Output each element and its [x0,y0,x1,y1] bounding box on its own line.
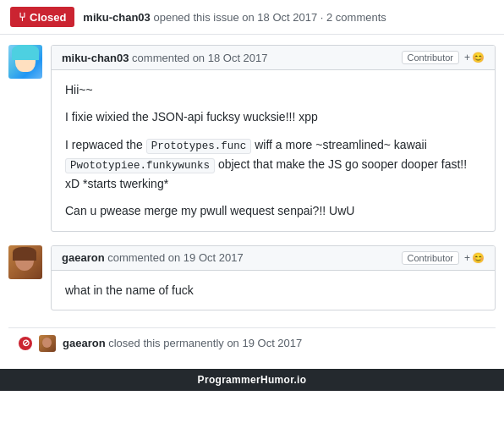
comment-line-2-1: what in the name of fuck [65,281,481,299]
avatar-miku-chan03 [8,45,42,79]
close-event-username[interactable]: gaearon [63,337,106,349]
closed-label: Closed [30,11,66,24]
smiley-icon-1: 😊 [472,52,485,63]
comment-block-1: miku-chan03 commented on 18 Oct 2017 Con… [8,45,496,232]
contributor-badge-1: Contributor [402,51,459,64]
comment-line-1-4: Can u pwease merge my pwull wequest senp… [65,201,481,220]
code-pwototypiee: Pwototypiee.funkywunks [65,158,215,173]
comment-box-1: miku-chan03 commented on 18 Oct 2017 Con… [51,45,496,232]
comment-line-1-1: Hii~~ [65,80,481,99]
comment-header-1: miku-chan03 commented on 18 Oct 2017 Con… [52,46,495,70]
comment-header-2: gaearon commented on 19 Oct 2017 Contrib… [52,246,495,271]
close-event: ⊘ gaearon closed this permanently on 19 … [8,327,496,359]
comment-body-1: Hii~~ I fixie wixied the JSON-api fucksy… [52,70,495,231]
commenter-username-2[interactable]: gaearon [62,251,105,264]
issue-meta-text: opened this issue on [153,11,257,24]
comment-body-2: what in the name of fuck [52,271,495,310]
footer-label: ProgrammerHumor.io [198,374,307,386]
comment-header-left: miku-chan03 commented on 18 Oct 2017 [62,52,268,64]
no-entry-icon: ⊘ [19,337,32,350]
code-prototypes-func: Prototypes.func [146,139,252,154]
comment-line-1-3: I repwaced the Prototypes.func wiff a mo… [65,135,481,193]
emoji-button-2[interactable]: + 😊 [464,252,485,264]
comment-count-separator: · [320,11,326,24]
comment-header-right-2: Contributor + 😊 [402,251,485,265]
merge-icon: ⑂ [19,10,25,24]
issue-date: 18 Oct 2017 [257,11,317,24]
footer: ProgrammerHumor.io [0,369,504,391]
comment-count: 2 comments [326,11,386,24]
emoji-button-1[interactable]: + 😊 [464,52,485,63]
smiley-icon-2: 😊 [472,252,485,264]
comment-line-1-2: I fixie wixied the JSON-api fucksy wucks… [65,107,481,126]
avatar-gaearon [8,245,42,279]
commenter-username-1[interactable]: miku-chan03 [62,52,129,64]
issue-header: ⑂ Closed miku-chan03 opened this issue o… [0,0,504,35]
comment-date-2: commented on 19 Oct 2017 [107,251,243,264]
comment-block-2: gaearon commented on 19 Oct 2017 Contrib… [8,245,496,310]
comment-header-left-2: gaearon commented on 19 Oct 2017 [62,251,244,264]
comment-header-right-1: Contributor + 😊 [402,51,485,64]
contributor-badge-2: Contributor [402,251,459,265]
plus-icon-2: + [464,252,470,264]
comment-box-2: gaearon commented on 19 Oct 2017 Contrib… [51,245,496,310]
closed-badge: ⑂ Closed [10,7,74,27]
comments-container: miku-chan03 commented on 18 Oct 2017 Con… [0,35,504,369]
close-event-text: gaearon closed this permanently on 19 Oc… [63,337,302,349]
plus-icon-1: + [464,52,470,63]
close-event-avatar [39,335,56,352]
comment-date-1: commented on 18 Oct 2017 [132,52,267,64]
issue-meta: miku-chan03 opened this issue on 18 Oct … [83,11,386,24]
issue-opener: miku-chan03 [83,11,150,24]
